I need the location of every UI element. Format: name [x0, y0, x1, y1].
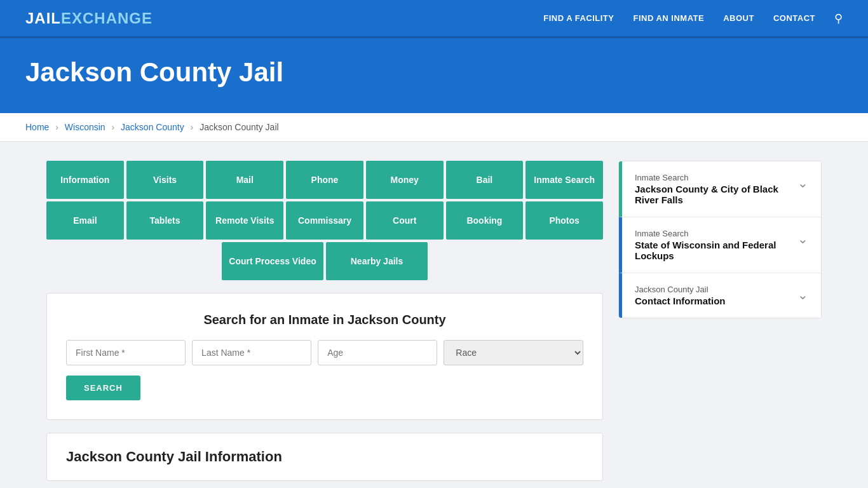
- btn-money[interactable]: Money: [366, 161, 444, 199]
- btn-email[interactable]: Email: [46, 201, 124, 240]
- btn-booking[interactable]: Booking: [446, 201, 524, 240]
- hero-section: Jackson County Jail: [0, 38, 868, 113]
- page-title: Jackson County Jail: [25, 57, 843, 88]
- btn-nearby-jails[interactable]: Nearby Jails: [326, 242, 428, 280]
- btn-remote-visits[interactable]: Remote Visits: [206, 201, 283, 240]
- sidebar-card: Inmate Search Jackson County & City of B…: [618, 161, 822, 318]
- info-title: Jackson County Jail Information: [66, 449, 583, 465]
- sidebar-item-jackson-inmate-search[interactable]: Inmate Search Jackson County & City of B…: [619, 161, 821, 217]
- breadcrumb-jackson-county[interactable]: Jackson County: [121, 122, 184, 132]
- sidebar-item-contact-label: Jackson County Jail: [635, 285, 791, 294]
- sidebar-item-wisconsin-inmate-search[interactable]: Inmate Search State of Wisconsin and Fed…: [619, 217, 821, 273]
- sidebar-item-wisconsin-title: State of Wisconsin and Federal Lockups: [635, 240, 791, 261]
- nav-contact[interactable]: CONTACT: [773, 13, 815, 23]
- nav-btn-row-1: Information Visits Mail Phone Money Bail…: [46, 161, 603, 199]
- btn-inmate-search[interactable]: Inmate Search: [526, 161, 603, 199]
- breadcrumb-sep-1: ›: [55, 122, 58, 132]
- sidebar-item-contact-title: Contact Information: [635, 295, 791, 306]
- breadcrumb-current: Jackson County Jail: [200, 122, 279, 132]
- btn-bail[interactable]: Bail: [446, 161, 524, 199]
- breadcrumb: Home › Wisconsin › Jackson County › Jack…: [0, 113, 868, 142]
- nav-btn-row-2: Email Tablets Remote Visits Commissary C…: [46, 201, 603, 240]
- search-button[interactable]: SEARCH: [66, 376, 140, 400]
- main-container: Information Visits Mail Phone Money Bail…: [21, 142, 847, 488]
- inmate-search-form: Search for an Inmate in Jackson County R…: [46, 293, 603, 420]
- chevron-down-icon: ⌄: [797, 175, 808, 191]
- nav-btn-row-3: Court Process Video Nearby Jails: [46, 242, 603, 280]
- sidebar-item-jackson-label: Inmate Search: [635, 173, 791, 182]
- btn-visits[interactable]: Visits: [126, 161, 204, 199]
- last-name-input[interactable]: [192, 340, 311, 365]
- breadcrumb-sep-2: ›: [112, 122, 115, 132]
- search-title: Search for an Inmate in Jackson County: [66, 313, 583, 327]
- btn-photos[interactable]: Photos: [526, 201, 603, 240]
- logo-jail: JAIL: [25, 10, 61, 27]
- sidebar-item-jackson-text: Inmate Search Jackson County & City of B…: [635, 173, 791, 205]
- breadcrumb-sep-3: ›: [191, 122, 194, 132]
- sidebar-item-wisconsin-text: Inmate Search State of Wisconsin and Fed…: [635, 229, 791, 261]
- sidebar-item-jackson-title: Jackson County & City of Black River Fal…: [635, 184, 791, 205]
- sidebar-item-contact-text: Jackson County Jail Contact Information: [635, 285, 791, 306]
- chevron-down-icon-2: ⌄: [797, 231, 808, 247]
- nav-find-facility[interactable]: FIND A FACILITY: [543, 13, 614, 23]
- search-fields: Race White Black Hispanic Asian Other: [66, 340, 583, 365]
- left-content: Information Visits Mail Phone Money Bail…: [46, 161, 603, 481]
- first-name-input[interactable]: [66, 340, 186, 365]
- breadcrumb-home[interactable]: Home: [25, 122, 49, 132]
- nav-find-inmate[interactable]: FIND AN INMATE: [633, 13, 704, 23]
- main-nav: FIND A FACILITY FIND AN INMATE ABOUT CON…: [543, 11, 843, 25]
- sidebar-item-contact-info[interactable]: Jackson County Jail Contact Information …: [619, 273, 821, 318]
- btn-phone[interactable]: Phone: [286, 161, 363, 199]
- btn-tablets[interactable]: Tablets: [126, 201, 204, 240]
- btn-mail[interactable]: Mail: [206, 161, 283, 199]
- logo-exchange: EXCHANGE: [61, 10, 153, 27]
- btn-information[interactable]: Information: [46, 161, 124, 199]
- btn-commissary[interactable]: Commissary: [286, 201, 363, 240]
- sidebar-item-wisconsin-label: Inmate Search: [635, 229, 791, 238]
- nav-about[interactable]: ABOUT: [723, 13, 754, 23]
- btn-court-process-video[interactable]: Court Process Video: [222, 242, 323, 280]
- search-icon[interactable]: ⚲: [834, 11, 843, 25]
- right-sidebar: Inmate Search Jackson County & City of B…: [618, 161, 822, 481]
- chevron-down-icon-3: ⌄: [797, 287, 808, 302]
- race-select[interactable]: Race White Black Hispanic Asian Other: [444, 340, 583, 365]
- age-input[interactable]: [318, 340, 437, 365]
- site-logo[interactable]: JAILEXCHANGE: [25, 10, 153, 27]
- btn-court[interactable]: Court: [366, 201, 444, 240]
- breadcrumb-wisconsin[interactable]: Wisconsin: [65, 122, 105, 132]
- info-section: Jackson County Jail Information: [46, 433, 603, 481]
